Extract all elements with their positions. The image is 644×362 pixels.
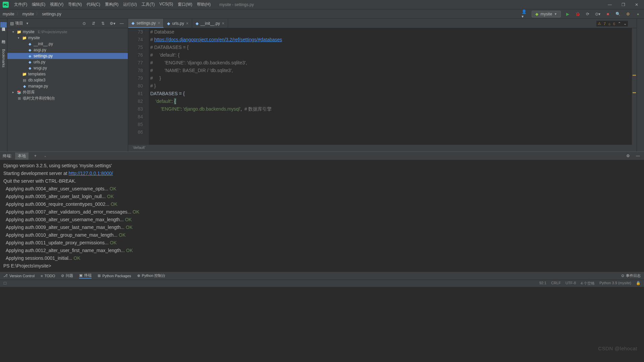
caret-position[interactable]: 92:1 bbox=[539, 281, 546, 286]
debug-button[interactable]: 🐞 bbox=[574, 11, 581, 17]
close-tab-icon[interactable]: × bbox=[186, 21, 189, 26]
close-tab-icon[interactable]: × bbox=[222, 21, 224, 26]
tree-row[interactable]: ◆wsgi.py bbox=[7, 65, 128, 71]
select-opened-icon[interactable]: ⊙ bbox=[81, 20, 88, 27]
tree-row[interactable]: ▤db.sqlite3 bbox=[7, 77, 128, 83]
file-icon: 📚 bbox=[17, 90, 21, 95]
file-icon: ◆ bbox=[28, 66, 32, 70]
tree-row[interactable]: ◆__init__.py bbox=[7, 41, 128, 47]
file-encoding[interactable]: UTF-8 bbox=[566, 281, 576, 286]
user-icon[interactable]: 👤▾ bbox=[522, 11, 528, 17]
lock-icon[interactable]: 🔒 bbox=[636, 281, 641, 286]
tool-window-tab[interactable]: ⊞Python Packages bbox=[98, 274, 131, 278]
editor-tab[interactable]: ◆__init__.py× bbox=[192, 19, 228, 28]
indent-setting[interactable]: 4 个空格 bbox=[581, 281, 595, 286]
tool-label: Version Control bbox=[9, 274, 35, 278]
tree-row[interactable]: ▾📁mysite bbox=[7, 35, 128, 41]
stop-button[interactable]: ■ bbox=[604, 11, 611, 17]
chevron-down-icon: ▼ bbox=[554, 12, 557, 16]
run-button[interactable]: ▶ bbox=[564, 11, 571, 17]
project-panel: ▤ 项目 ▼ ⊙ ⇵ ⇅ ⚙▾ — ▾📁mysiteE:\Projects\my… bbox=[7, 19, 128, 152]
error-stripe[interactable] bbox=[632, 28, 637, 145]
tool-window-tab[interactable]: ⎇Version Control bbox=[3, 274, 35, 278]
tree-row[interactable]: ⊞临时文件和控制台 bbox=[7, 95, 128, 101]
avatar-icon[interactable]: ● bbox=[635, 11, 641, 17]
menu-item[interactable]: 文件(F) bbox=[12, 1, 29, 8]
menu-item[interactable]: 导航(N) bbox=[66, 1, 84, 8]
chevron-up-icon[interactable]: ⌃ bbox=[618, 21, 621, 26]
tool-window-tab[interactable]: ⊘问题 bbox=[61, 273, 73, 278]
hide-panel-icon[interactable]: — bbox=[118, 20, 125, 27]
tool-tab-结构[interactable]: 结构 bbox=[0, 34, 7, 40]
code-content[interactable]: # Database# https://docs.djangoproject.c… bbox=[149, 28, 637, 145]
status-icon[interactable]: ☐ bbox=[3, 281, 7, 286]
terminal-tab[interactable]: 本地 bbox=[15, 153, 29, 160]
ide-settings-icon[interactable]: ⚙ bbox=[625, 11, 631, 17]
tool-label: 事件日志 bbox=[626, 273, 641, 278]
terminal-body[interactable]: Django version 3.2.5, using settings 'my… bbox=[0, 160, 644, 272]
tree-label: manage.py bbox=[28, 84, 48, 88]
tree-arrow-icon[interactable]: ▾ bbox=[11, 30, 15, 34]
menu-item[interactable]: 工具(T) bbox=[140, 1, 157, 8]
tool-window-tab[interactable]: ▣终端 bbox=[79, 273, 92, 279]
gear-icon[interactable]: ⚙ bbox=[625, 153, 631, 159]
tree-arrow-icon[interactable]: ▾ bbox=[16, 36, 21, 40]
tool-window-tab[interactable]: ⊕Python 控制台 bbox=[137, 273, 165, 278]
menu-item[interactable]: 窗口(W) bbox=[176, 1, 194, 8]
editor-tab[interactable]: ◆urls.py× bbox=[164, 19, 192, 28]
project-tree[interactable]: ▾📁mysiteE:\Projects\mysite▾📁mysite◆__ini… bbox=[7, 28, 128, 152]
terminal-dropdown-icon[interactable]: ⌄ bbox=[42, 153, 49, 159]
tree-row[interactable]: ◆settings.py bbox=[7, 53, 128, 59]
collapse-all-icon[interactable]: ⇅ bbox=[100, 20, 106, 27]
interpreter[interactable]: Python 3.9 (mysite) bbox=[599, 281, 631, 286]
chevron-down-icon[interactable]: ⌄ bbox=[624, 21, 627, 26]
run-config-label: mysite bbox=[540, 12, 552, 16]
tool-label: 终端 bbox=[84, 273, 92, 278]
add-terminal-icon[interactable]: + bbox=[32, 153, 39, 159]
close-tab-icon[interactable]: × bbox=[158, 21, 160, 25]
menu-item[interactable]: 代码(C) bbox=[85, 1, 102, 8]
editor[interactable]: 7374757677787980818283848586 # Database#… bbox=[128, 28, 637, 145]
crumb[interactable]: mysite bbox=[22, 12, 34, 16]
tree-row[interactable]: ◆urls.py bbox=[7, 59, 128, 65]
menu-item[interactable]: 重构(R) bbox=[103, 1, 121, 8]
menu-item[interactable]: 编辑(E) bbox=[30, 1, 47, 8]
tree-label: 临时文件和控制台 bbox=[23, 96, 55, 101]
tool-tab-项目[interactable]: 项目 bbox=[0, 22, 7, 27]
crumb[interactable]: settings.py bbox=[42, 12, 61, 16]
editor-tab[interactable]: ◆settings.py× bbox=[128, 19, 164, 28]
menu-item[interactable]: 帮助(H) bbox=[195, 1, 213, 8]
tree-row[interactable]: 📁templates bbox=[7, 71, 128, 77]
navbar: mysite〉mysite〉settings.py 👤▾ ◆ mysite ▼ … bbox=[0, 9, 644, 19]
tree-row[interactable]: ◆manage.py bbox=[7, 83, 128, 89]
tree-row[interactable]: ◆asgi.py bbox=[7, 47, 128, 53]
menu-item[interactable]: 运行(U) bbox=[121, 1, 139, 8]
tree-row[interactable]: ▾📁mysiteE:\Projects\mysite bbox=[7, 29, 128, 35]
hide-terminal-icon[interactable]: — bbox=[635, 153, 641, 159]
tool-tab-Bookmarks[interactable]: Bookmarks bbox=[1, 46, 6, 70]
menu-item[interactable]: VCS(S) bbox=[157, 1, 175, 8]
chevron-down-icon[interactable]: ▼ bbox=[26, 22, 29, 25]
minimize-button[interactable]: — bbox=[605, 1, 614, 8]
tool-window-tab[interactable]: ≡TODO bbox=[41, 274, 55, 278]
crumb[interactable]: mysite bbox=[3, 12, 14, 16]
profile-button[interactable]: ⊙▾ bbox=[594, 11, 601, 17]
maximize-button[interactable]: ❐ bbox=[619, 1, 628, 8]
event-log-tab[interactable]: ⊙事件日志 bbox=[621, 273, 641, 278]
expand-all-icon[interactable]: ⇵ bbox=[90, 20, 97, 27]
tree-arrow-icon[interactable]: ▸ bbox=[11, 90, 15, 94]
gear-icon[interactable]: ⚙▾ bbox=[109, 20, 116, 27]
line-separator[interactable]: CRLF bbox=[551, 281, 561, 286]
fold-column[interactable] bbox=[144, 28, 148, 145]
tree-row[interactable]: ▸📚外部库 bbox=[7, 89, 128, 95]
tool-icon: ▣ bbox=[79, 273, 83, 278]
run-coverage-button[interactable]: ⟳ bbox=[584, 11, 591, 17]
menu-item[interactable]: 视图(V) bbox=[48, 1, 65, 8]
right-tool-gutter bbox=[637, 19, 644, 152]
search-icon[interactable]: 🔍 bbox=[614, 11, 621, 17]
inspection-widget[interactable]: ⚠7 ⩍6 ⌃ ⌄ bbox=[596, 21, 628, 26]
file-icon: ◆ bbox=[22, 84, 27, 88]
close-button[interactable]: ✕ bbox=[632, 1, 641, 8]
code-breadcrumb[interactable]: 'default' bbox=[128, 145, 637, 152]
run-config-selector[interactable]: ◆ mysite ▼ bbox=[532, 11, 561, 17]
